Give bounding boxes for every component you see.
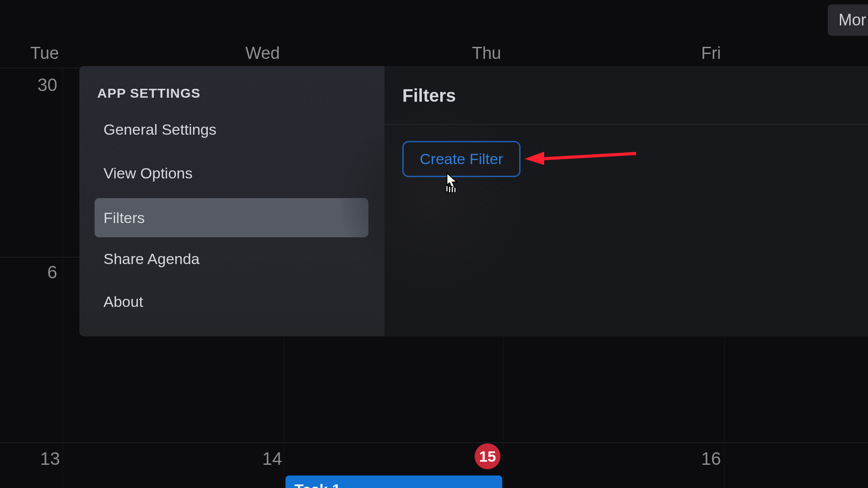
calendar-day-header: Tue Wed Thu Fri bbox=[0, 44, 868, 67]
svg-line-4 bbox=[542, 153, 636, 159]
weekday-label-thu: Thu bbox=[472, 44, 501, 63]
grid-line bbox=[0, 443, 868, 443]
settings-detail-panel: Filters Create Filter bbox=[384, 66, 868, 336]
panel-divider bbox=[384, 124, 868, 124]
annotation-arrow-icon bbox=[525, 149, 636, 167]
settings-heading: APP SETTINGS bbox=[97, 86, 201, 101]
sidebar-item-about[interactable]: About bbox=[95, 287, 368, 316]
create-filter-button[interactable]: Create Filter bbox=[402, 141, 521, 177]
day-number[interactable]: 13 bbox=[40, 449, 60, 469]
view-tab-partial[interactable]: Mor bbox=[828, 4, 868, 36]
weekday-label-fri: Fri bbox=[701, 44, 721, 63]
weekday-label-wed: Wed bbox=[245, 44, 280, 63]
sidebar-item-general-settings[interactable]: General Settings bbox=[95, 115, 368, 144]
svg-marker-5 bbox=[525, 152, 544, 165]
day-number-label: 15 bbox=[479, 448, 496, 465]
day-number[interactable]: 16 bbox=[701, 449, 721, 469]
sidebar-item-share-agenda[interactable]: Share Agenda bbox=[95, 244, 368, 273]
day-number[interactable]: 14 bbox=[262, 449, 282, 469]
spotlight-highlight bbox=[340, 105, 525, 290]
settings-sidebar: APP SETTINGS General Settings View Optio… bbox=[79, 66, 384, 336]
weekday-label-tue: Tue bbox=[30, 44, 59, 63]
grid-line bbox=[62, 67, 63, 488]
sidebar-item-view-options[interactable]: View Options bbox=[95, 159, 368, 187]
panel-title: Filters bbox=[402, 86, 456, 106]
sidebar-item-filters[interactable]: Filters bbox=[95, 198, 368, 237]
calendar-event-task[interactable]: Task 1 bbox=[285, 476, 502, 488]
day-number[interactable]: 30 bbox=[37, 75, 58, 95]
day-number-today[interactable]: 15 bbox=[475, 443, 500, 469]
day-number[interactable]: 6 bbox=[47, 262, 57, 282]
